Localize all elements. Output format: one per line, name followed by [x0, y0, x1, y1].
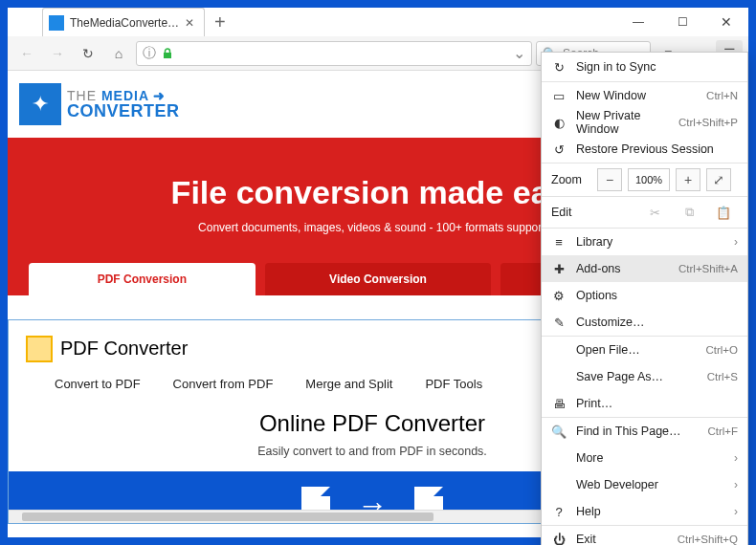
- menu-help[interactable]: ? Help ›: [542, 498, 747, 525]
- scrollbar-thumb[interactable]: [22, 512, 434, 521]
- home-button[interactable]: ⌂: [105, 40, 132, 67]
- titlebar: TheMediaConverter - Media fil ✕ + — ☐ ✕: [8, 8, 748, 36]
- tab-pdf-conversion[interactable]: PDF Conversion: [29, 263, 256, 295]
- help-icon: ?: [551, 504, 567, 519]
- restore-icon: ↺: [551, 142, 567, 157]
- pdf-brand: PDF Converter: [60, 338, 592, 360]
- nav-merge-split[interactable]: Merge and Split: [305, 377, 392, 391]
- forward-button[interactable]: →: [44, 40, 71, 67]
- gear-icon: ⚙: [551, 288, 567, 303]
- sync-icon: ↻: [551, 59, 567, 75]
- tab-close-button[interactable]: ✕: [181, 16, 198, 30]
- chevron-right-icon: ›: [734, 478, 738, 491]
- paint-icon: ✎: [551, 315, 567, 330]
- menu-print[interactable]: 🖶 Print…: [542, 390, 747, 417]
- print-icon: 🖶: [551, 396, 567, 411]
- app-menu: ↻ Sign in to Sync ▭ New Window Ctrl+N ◐ …: [541, 52, 748, 545]
- menu-customize[interactable]: ✎ Customize…: [542, 309, 747, 336]
- lock-icon: [162, 48, 173, 59]
- edit-label: Edit: [551, 206, 591, 219]
- exit-icon: ⏻: [551, 532, 567, 545]
- menu-exit[interactable]: ⏻ Exit Ctrl+Shift+Q: [542, 526, 747, 545]
- menu-open-file[interactable]: Open File… Ctrl+O: [542, 337, 747, 363]
- copy-icon[interactable]: ⧉: [675, 201, 703, 224]
- paste-icon[interactable]: 📋: [709, 201, 738, 224]
- pdf-logo-icon: [26, 336, 53, 362]
- info-icon[interactable]: ⓘ: [143, 47, 156, 60]
- menu-find[interactable]: 🔍 Find in This Page… Ctrl+F: [542, 418, 747, 445]
- menu-more[interactable]: More ›: [542, 445, 747, 471]
- zoom-in-button[interactable]: +: [676, 168, 700, 191]
- browser-tab[interactable]: TheMediaConverter - Media fil ✕: [42, 8, 205, 36]
- tab-title: TheMediaConverter - Media fil: [70, 16, 181, 30]
- back-button[interactable]: ←: [13, 40, 40, 67]
- library-icon: ≡: [551, 234, 567, 250]
- nav-convert-to-pdf[interactable]: Convert to PDF: [55, 377, 141, 391]
- nav-convert-from-pdf[interactable]: Convert from PDF: [173, 377, 274, 391]
- close-button[interactable]: ✕: [704, 8, 748, 36]
- addons-icon: ✚: [551, 261, 567, 276]
- zoom-percent[interactable]: 100%: [628, 168, 670, 191]
- search-icon: 🔍: [551, 424, 567, 439]
- menu-restore-session[interactable]: ↺ Restore Previous Session: [542, 136, 747, 163]
- nav-pdf-tools[interactable]: PDF Tools: [425, 377, 482, 391]
- zoom-label: Zoom: [551, 173, 591, 186]
- site-logo[interactable]: ✦ THE MEDIA ➜ CONVERTER: [19, 83, 180, 125]
- zoom-out-button[interactable]: −: [597, 168, 622, 191]
- menu-sign-in-sync[interactable]: ↻ Sign in to Sync: [542, 53, 747, 81]
- fullscreen-button[interactable]: ⤢: [706, 168, 731, 191]
- maximize-button[interactable]: ☐: [660, 8, 704, 36]
- chevron-right-icon: ›: [734, 505, 738, 518]
- favicon: [49, 15, 64, 31]
- new-tab-button[interactable]: +: [214, 11, 226, 33]
- menu-web-developer[interactable]: Web Developer ›: [542, 471, 747, 498]
- mask-icon: ◐: [551, 115, 567, 130]
- menu-edit-row: Edit ✂ ⧉ 📋: [542, 197, 747, 228]
- menu-addons[interactable]: ✚ Add-ons Ctrl+Shift+A: [542, 255, 747, 282]
- url-bar[interactable]: ⓘ ⌄: [136, 41, 532, 66]
- reload-button[interactable]: ↻: [75, 40, 101, 67]
- logo-icon: ✦: [19, 83, 61, 125]
- menu-new-window[interactable]: ▭ New Window Ctrl+N: [542, 82, 747, 109]
- menu-library[interactable]: ≡ Library ›: [542, 229, 747, 255]
- tab-video-conversion[interactable]: Video Conversion: [265, 263, 492, 295]
- menu-new-private-window[interactable]: ◐ New Private Window Ctrl+Shift+P: [542, 109, 747, 136]
- chevron-right-icon: ›: [734, 235, 738, 249]
- logo-text: THE MEDIA ➜ CONVERTER: [67, 89, 180, 120]
- pocket-icon[interactable]: ⌄: [513, 44, 525, 62]
- menu-zoom-row: Zoom − 100% + ⤢: [542, 164, 747, 196]
- minimize-button[interactable]: —: [616, 8, 660, 36]
- svg-rect-0: [164, 53, 171, 58]
- window-icon: ▭: [551, 88, 567, 103]
- chevron-right-icon: ›: [734, 451, 738, 465]
- cut-icon[interactable]: ✂: [640, 201, 669, 224]
- menu-options[interactable]: ⚙ Options: [542, 282, 747, 309]
- window-controls: — ☐ ✕: [616, 8, 748, 36]
- menu-save-page[interactable]: Save Page As… Ctrl+S: [542, 363, 747, 390]
